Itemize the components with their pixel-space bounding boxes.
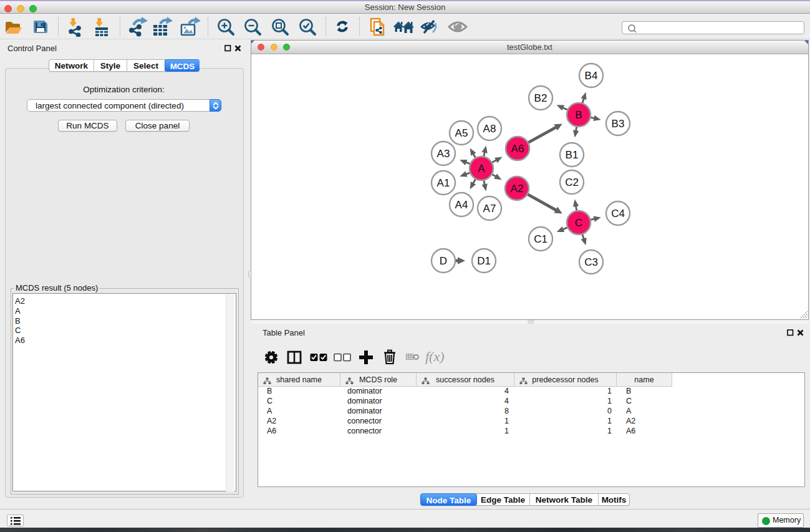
svg-text:A6: A6 bbox=[511, 143, 524, 155]
svg-text:B2: B2 bbox=[534, 92, 547, 104]
svg-text:A: A bbox=[478, 163, 485, 175]
svg-text:A7: A7 bbox=[483, 203, 496, 215]
svg-text:B: B bbox=[575, 109, 582, 121]
svg-text:A3: A3 bbox=[437, 148, 450, 160]
svg-text:C1: C1 bbox=[534, 233, 547, 245]
svg-text:B3: B3 bbox=[612, 118, 625, 130]
svg-text:D1: D1 bbox=[477, 255, 491, 267]
svg-text:A5: A5 bbox=[455, 127, 468, 139]
svg-text:C: C bbox=[575, 217, 582, 229]
svg-text:A2: A2 bbox=[511, 183, 524, 195]
svg-text:B4: B4 bbox=[585, 70, 598, 82]
svg-text:C2: C2 bbox=[565, 177, 579, 188]
svg-text:C3: C3 bbox=[584, 256, 598, 268]
svg-text:A8: A8 bbox=[483, 123, 496, 135]
svg-text:C4: C4 bbox=[611, 208, 625, 220]
svg-text:A1: A1 bbox=[437, 177, 450, 189]
svg-text:A4: A4 bbox=[455, 199, 468, 211]
svg-text:B1: B1 bbox=[566, 149, 579, 161]
svg-text:D: D bbox=[440, 255, 447, 267]
svg-text:f(x): f(x) bbox=[425, 349, 445, 364]
